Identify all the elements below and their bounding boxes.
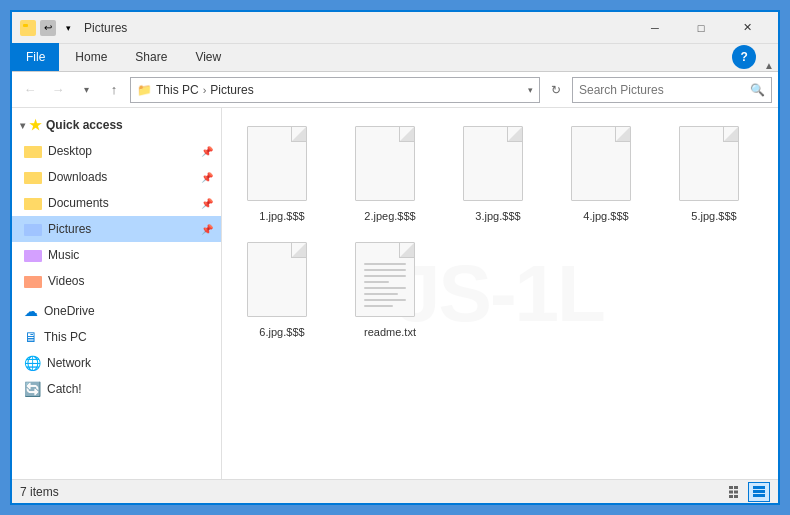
file-line [364,263,406,265]
address-bar: ← → ▾ ↑ 📁 This PC › Pictures ▾ ↻ 🔍 [12,72,778,108]
content-area: JS-1L 1.jpg.$$$ 2.jpeg.$$$ [222,108,778,479]
qat-properties-icon[interactable] [20,20,36,36]
file-line [364,293,398,295]
list-item[interactable]: 5.jpg.$$$ [664,118,764,226]
path-dropdown-icon[interactable]: ▾ [528,85,533,95]
quick-access-star-icon: ★ [29,117,42,133]
file-icon [463,126,533,206]
main-area: ▾ ★ Quick access Desktop 📌 Downloads 📌 D… [12,108,778,479]
file-name: 5.jpg.$$$ [691,210,736,222]
sidebar-quick-access-header[interactable]: ▾ ★ Quick access [12,112,221,138]
qat-undo-icon[interactable]: ↩ [40,20,56,36]
desktop-pin-icon: 📌 [201,146,213,157]
list-item[interactable]: readme.txt [340,234,440,342]
list-item[interactable]: 6.jpg.$$$ [232,234,332,342]
up-button[interactable]: ↑ [102,78,126,102]
title-bar-icons: ↩ ▾ [20,20,76,36]
file-icon [355,126,425,206]
file-line [364,287,406,289]
sidebar-item-onedrive[interactable]: ☁ OneDrive [12,298,221,324]
sidebar-item-desktop-label: Desktop [48,144,92,158]
sidebar-item-pictures-label: Pictures [48,222,91,236]
music-folder-icon [24,248,42,262]
address-path[interactable]: 📁 This PC › Pictures ▾ [130,77,540,103]
file-icon [679,126,749,206]
icons-view-button[interactable] [748,482,770,502]
svg-rect-5 [734,490,738,493]
maximize-button[interactable]: □ [678,12,724,44]
sidebar-item-music[interactable]: Music [12,242,221,268]
tab-home[interactable]: Home [61,43,121,71]
sidebar-item-network[interactable]: 🌐 Network [12,350,221,376]
minimize-button[interactable]: ─ [632,12,678,44]
file-name: 1.jpg.$$$ [259,210,304,222]
sidebar-item-desktop[interactable]: Desktop 📌 [12,138,221,164]
svg-rect-3 [734,486,738,489]
sidebar-item-downloads[interactable]: Downloads 📌 [12,164,221,190]
network-icon: 🌐 [24,355,41,371]
close-button[interactable]: ✕ [724,12,770,44]
sidebar-item-pictures[interactable]: Pictures 📌 [12,216,221,242]
svg-rect-8 [753,486,765,489]
file-page [247,242,307,317]
path-pictures[interactable]: Pictures [210,83,253,97]
file-name: 6.jpg.$$$ [259,326,304,338]
svg-rect-2 [729,486,733,489]
ribbon-tabs: File Home Share View ? ▲ [12,44,778,72]
help-button[interactable]: ? [732,45,756,69]
svg-rect-6 [729,495,733,498]
sidebar: ▾ ★ Quick access Desktop 📌 Downloads 📌 D… [12,108,222,479]
list-item[interactable]: 3.jpg.$$$ [448,118,548,226]
window-controls: ─ □ ✕ [632,12,770,44]
sidebar-item-videos-label: Videos [48,274,84,288]
sidebar-item-network-label: Network [47,356,91,370]
back-button[interactable]: ← [18,78,42,102]
file-line [364,305,393,307]
svg-rect-7 [734,495,738,498]
tab-file[interactable]: File [12,43,59,71]
pictures-folder-icon [24,222,42,236]
path-thispc[interactable]: This PC [156,83,199,97]
file-line [364,269,406,271]
path-sep1: › [203,84,207,96]
file-line [364,281,389,283]
window-title: Pictures [84,21,632,35]
file-name: readme.txt [364,326,416,338]
tab-view[interactable]: View [181,43,235,71]
onedrive-icon: ☁ [24,303,38,319]
documents-folder-icon [24,196,42,210]
view-buttons [724,482,770,502]
sidebar-item-onedrive-label: OneDrive [44,304,95,318]
catch-icon: 🔄 [24,381,41,397]
search-input[interactable] [579,83,750,97]
list-item[interactable]: 4.jpg.$$$ [556,118,656,226]
search-icon[interactable]: 🔍 [750,83,765,97]
file-icon [355,242,425,322]
sidebar-item-documents[interactable]: Documents 📌 [12,190,221,216]
sidebar-item-documents-label: Documents [48,196,109,210]
sidebar-item-videos[interactable]: Videos [12,268,221,294]
refresh-button[interactable]: ↻ [544,78,568,102]
file-line [364,299,406,301]
forward-button[interactable]: → [46,78,70,102]
tab-share[interactable]: Share [121,43,181,71]
thispc-icon: 🖥 [24,329,38,345]
recent-locations-button[interactable]: ▾ [74,78,98,102]
search-box[interactable]: 🔍 [572,77,772,103]
list-item[interactable]: 1.jpg.$$$ [232,118,332,226]
qat-dropdown-icon[interactable]: ▾ [60,20,76,36]
file-page [463,126,523,201]
path-separator-icon: 📁 [137,83,152,97]
explorer-window: ↩ ▾ Pictures ─ □ ✕ File Home Share View … [10,10,780,505]
file-page [355,126,415,201]
list-item[interactable]: 2.jpeg.$$$ [340,118,440,226]
svg-rect-10 [753,494,765,497]
item-count: 7 items [20,485,59,499]
svg-rect-9 [753,490,765,493]
list-view-button[interactable] [724,482,746,502]
ribbon-collapse-button[interactable]: ▲ [760,60,778,71]
sidebar-item-thispc[interactable]: 🖥 This PC [12,324,221,350]
sidebar-item-catch[interactable]: 🔄 Catch! [12,376,221,402]
sidebar-item-catch-label: Catch! [47,382,82,396]
downloads-pin-icon: 📌 [201,172,213,183]
